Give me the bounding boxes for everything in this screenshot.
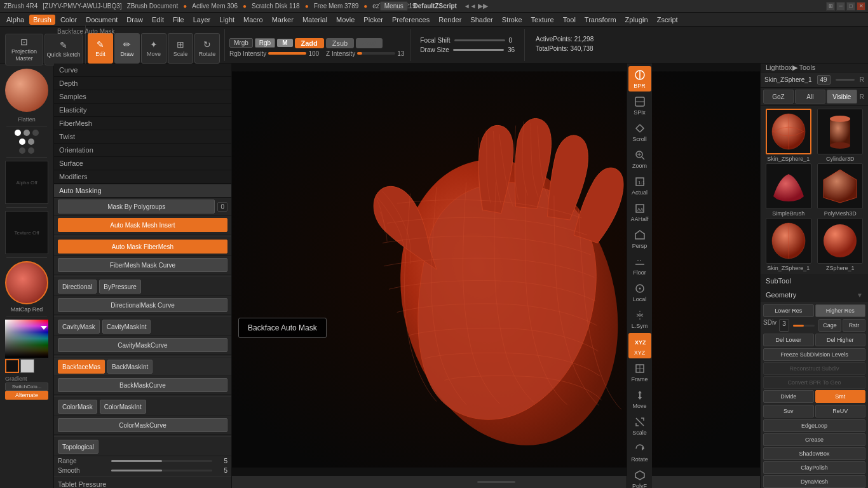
win-close-btn[interactable]: ✕ xyxy=(857,2,865,11)
menu-transform[interactable]: Transform xyxy=(581,15,620,25)
topological-btn[interactable]: Topological xyxy=(58,440,98,454)
geometry-header[interactable]: Geometry ▼ xyxy=(761,288,868,302)
win-min-btn[interactable]: ─ xyxy=(836,2,845,11)
fibermesh-section[interactable]: FiberMesh xyxy=(54,117,231,130)
win-max-btn[interactable]: □ xyxy=(846,2,855,11)
menus-button[interactable]: Menus xyxy=(380,1,408,11)
menu-file[interactable]: File xyxy=(169,15,188,25)
alpha-preview[interactable]: Alpha Off xyxy=(5,161,48,204)
win-resize-btn[interactable]: ⊞ xyxy=(826,2,835,11)
thumb-simple-brush[interactable]: SimpleBrush xyxy=(763,163,814,217)
by-pressure-btn[interactable]: ByPressure xyxy=(99,280,141,294)
mask-polygroups-btn[interactable]: Mask By Polygroups xyxy=(58,200,215,214)
persp-btn[interactable]: Persp xyxy=(628,226,651,252)
brush-preview-sphere[interactable] xyxy=(5,69,48,112)
frame-btn[interactable]: Frame xyxy=(628,360,651,385)
local-btn[interactable]: Local xyxy=(628,280,651,305)
z-intensity-slider[interactable] xyxy=(357,52,395,55)
zcut-btn[interactable]: Zcut xyxy=(356,38,382,48)
lsym-btn[interactable]: L.Sym xyxy=(628,306,651,332)
rgb-intensity-slider[interactable] xyxy=(268,52,306,55)
curve-section[interactable]: Curve xyxy=(54,64,231,77)
menu-material[interactable]: Material xyxy=(299,15,331,25)
back-mask-int-btn[interactable]: BackMaskInt xyxy=(107,360,153,374)
reuv-btn[interactable]: ReUV xyxy=(815,405,866,417)
dot-dark-3[interactable] xyxy=(28,147,34,154)
dot-dark-1[interactable] xyxy=(32,130,39,136)
del-lower-btn[interactable]: Del Lower xyxy=(763,334,814,346)
scale-btn[interactable]: ⊞ Scale xyxy=(168,33,193,64)
dot-white-1[interactable] xyxy=(15,130,21,136)
claypolish-btn[interactable]: ClayPolish xyxy=(763,461,865,474)
lower-res-btn[interactable]: Lower Res xyxy=(763,304,814,317)
menu-color[interactable]: Color xyxy=(57,15,81,25)
color-picker[interactable]: Gradient SwitchColo... Alternate xyxy=(5,320,48,400)
menu-marker[interactable]: Marker xyxy=(268,15,297,25)
scale-icon-btn[interactable]: Scale xyxy=(628,413,651,438)
back-mask-curve-btn[interactable]: BackMaskCurve xyxy=(58,378,227,392)
range-slider[interactable] xyxy=(111,460,212,462)
thumb-skin-zsphere[interactable]: Skin_ZSphere_1 xyxy=(763,109,814,162)
menu-preferences[interactable]: Preferences xyxy=(388,15,433,25)
dot-gray-1[interactable] xyxy=(24,130,30,136)
fibermesh-mask-curve-btn[interactable]: FiberMesh Mask Curve xyxy=(58,258,227,272)
menu-texture[interactable]: Texture xyxy=(527,15,558,25)
color-mask-curve-btn[interactable]: ColorMaskCurve xyxy=(58,418,227,432)
divide-btn[interactable]: Divide xyxy=(763,390,814,403)
freeze-subdiv-btn[interactable]: Freeze SubDivision Levels xyxy=(763,348,865,361)
shadowbox-btn[interactable]: ShadowBox xyxy=(763,447,865,460)
lightbox-link[interactable]: Lightbox▶ Tools xyxy=(766,64,815,72)
switch-colors-btn[interactable]: SwitchColo... xyxy=(5,383,48,391)
samples-section[interactable]: Samples xyxy=(54,90,231,104)
elasticity-section[interactable]: Elasticity xyxy=(54,104,231,117)
visible-btn[interactable]: Visible xyxy=(827,90,857,104)
edgeloop-btn[interactable]: EdgeLoop xyxy=(763,419,865,432)
edit-btn[interactable]: ✎ Edit xyxy=(88,33,113,64)
focal-shift-slider[interactable] xyxy=(454,39,505,41)
modifiers-section[interactable]: Modifiers xyxy=(54,170,231,184)
auto-mask-mesh-insert-btn[interactable]: Auto Mask Mesh Insert xyxy=(58,218,227,232)
thumb-polymesh[interactable]: PolyMesh3D xyxy=(815,163,866,217)
actual-btn[interactable]: 1:1 Actual xyxy=(628,173,651,198)
move-btn[interactable]: ✦ Move xyxy=(141,33,166,64)
cavity-mask-int-btn[interactable]: CavityMaskInt xyxy=(102,320,151,334)
cavity-mask-curve-btn[interactable]: CavityMaskCurve xyxy=(58,338,227,352)
color-gradient[interactable] xyxy=(5,320,48,358)
color-swatch-black[interactable] xyxy=(5,359,19,373)
backface-mas-btn[interactable]: BackfaceMas xyxy=(58,360,105,374)
zsub-btn[interactable]: Zsub xyxy=(326,38,354,48)
menu-alpha[interactable]: Alpha xyxy=(3,15,28,25)
m-toggle[interactable]: M xyxy=(277,39,292,47)
del-higher-btn[interactable]: Del Higher xyxy=(815,334,866,346)
color-mask-int-btn[interactable]: ColorMaskInt xyxy=(100,400,146,414)
texture-preview[interactable]: Texture Off xyxy=(5,211,48,254)
move-icon-btn[interactable]: Move xyxy=(628,386,651,412)
matcap-preview[interactable] xyxy=(5,261,48,304)
auto-mask-fibermesh-btn[interactable]: Auto Mask FiberMesh xyxy=(58,240,227,254)
menu-macro[interactable]: Macro xyxy=(240,15,267,25)
depth-section[interactable]: Depth xyxy=(54,77,231,90)
directional-btn[interactable]: Directional xyxy=(58,280,97,294)
menu-shader[interactable]: Shader xyxy=(466,15,496,25)
dot-dark-2[interactable] xyxy=(19,147,25,154)
spix-btn[interactable]: SPix xyxy=(628,93,651,118)
lightbox-bar[interactable]: Lightbox▶ Tools xyxy=(761,64,868,72)
menu-layer[interactable]: Layer xyxy=(189,15,215,25)
menu-stroke[interactable]: Stroke xyxy=(498,15,526,25)
menu-draw[interactable]: Draw xyxy=(123,15,147,25)
floor-btn[interactable]: Floor xyxy=(628,253,651,278)
canvas-background[interactable] xyxy=(232,64,760,475)
projection-master-btn[interactable]: ⊡ Projection Master xyxy=(5,34,43,65)
draw-btn[interactable]: ✏ Draw xyxy=(114,33,140,64)
mrgb-btn[interactable]: Mrgb xyxy=(229,38,253,48)
dynamesh-btn[interactable]: DynaMesh xyxy=(763,475,865,488)
skin-reset-btn[interactable]: R xyxy=(860,76,864,83)
higher-res-btn[interactable]: Higher Res xyxy=(815,304,866,317)
dot-gray-2[interactable] xyxy=(28,139,34,145)
polyf-btn[interactable]: PolyF xyxy=(628,466,651,488)
convert-bpr-btn[interactable]: Convert BPR To Geo xyxy=(763,376,865,389)
goz-btn[interactable]: GoZ xyxy=(763,90,794,104)
zoom-btn[interactable]: Zoom xyxy=(628,146,651,172)
sdiv-slider[interactable] xyxy=(793,325,815,327)
color-swatch-white[interactable] xyxy=(20,359,34,373)
